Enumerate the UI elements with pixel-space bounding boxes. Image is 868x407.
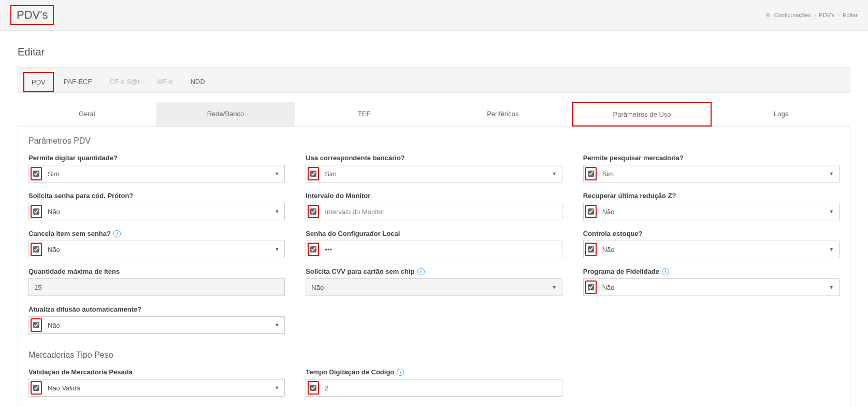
field-label: Solicita senha para cód. Próton?: [28, 192, 285, 200]
field-label: Intervalo do Monitor: [306, 192, 562, 200]
field-controla-estoque: Controla estoque? Não: [583, 230, 840, 258]
field-label: Programa de Fidelidade i: [583, 268, 840, 275]
breadcrumb-root[interactable]: Configurações: [774, 12, 811, 18]
select-controla-estoque[interactable]: Não: [598, 241, 824, 258]
subtab-perifericos[interactable]: Periféricos: [433, 102, 572, 127]
select-solicita-cvv[interactable]: Não: [306, 279, 546, 296]
checkbox[interactable]: [33, 385, 39, 391]
checkbox[interactable]: [588, 284, 594, 290]
tab-mfe: MF-e: [149, 72, 180, 92]
field-solicita-cvv: Solicita CVV para cartão sem chip i Não: [306, 268, 562, 296]
checkbox-prefix[interactable]: [308, 205, 319, 218]
field-cancela-item-sem-senha: Cancela item sem senha? i Não: [28, 230, 285, 258]
field-intervalo-monitor: Intervalo do Monitor: [306, 192, 562, 220]
field-validacao-mercadoria-pesada: Validação de Mercadoria Pesada Não Valid…: [28, 368, 285, 397]
checkbox-prefix[interactable]: [31, 318, 42, 332]
checkbox[interactable]: [588, 171, 594, 177]
field-permite-pesquisar-mercadoria: Permite pesquisar mercadoria? Sim: [583, 154, 840, 183]
checkbox-prefix[interactable]: [585, 243, 597, 256]
info-icon[interactable]: i: [397, 369, 404, 376]
select-wrapper: Sim: [583, 165, 840, 183]
checkbox-prefix[interactable]: [31, 381, 42, 395]
breadcrumb-leaf: Editar: [843, 12, 858, 18]
select-atualiza-difusao[interactable]: Não: [44, 317, 269, 333]
select-permite-pesquisar-mercadoria[interactable]: Sim: [598, 165, 824, 182]
input-tempo-digitacao[interactable]: [321, 380, 561, 396]
subtab-geral[interactable]: Geral: [18, 102, 156, 127]
select-recuperar-reducao-z[interactable]: Não: [598, 203, 824, 220]
checkbox[interactable]: [33, 322, 39, 328]
breadcrumb: ⧉ Configurações › PDV's › Editar: [766, 12, 858, 18]
section-heading-mercadorias: Mercadorias Tipo Peso: [28, 350, 840, 360]
breadcrumb-level-1[interactable]: PDV's: [819, 12, 834, 18]
input-intervalo-monitor[interactable]: [321, 203, 561, 220]
checkbox-prefix[interactable]: [31, 243, 42, 256]
select-permite-digitar-quantidade[interactable]: Sim: [44, 165, 269, 182]
select-wrapper: Não: [583, 203, 840, 220]
field-label: Tempo Digitação de Código i: [306, 368, 562, 376]
top-bar: PDV's ⧉ Configurações › PDV's › Editar: [0, 0, 868, 31]
select-solicita-senha-proton[interactable]: Não: [44, 203, 269, 220]
field-label: Cancela item sem senha? i: [28, 230, 285, 237]
checkbox-prefix[interactable]: [585, 167, 597, 180]
checkbox-prefix[interactable]: [308, 243, 319, 256]
field-permite-digitar-quantidade: Permite digitar quantidade? Sim: [28, 154, 285, 183]
select-programa-fidelidade[interactable]: Não: [598, 279, 824, 296]
select-wrapper: Não: [583, 241, 840, 258]
tab-paf-ecf[interactable]: PAF-ECF: [56, 72, 100, 92]
checkbox[interactable]: [310, 208, 316, 215]
select-usa-correspondente-bancario[interactable]: Sim: [321, 165, 546, 182]
field-label: Solicita CVV para cartão sem chip i: [306, 268, 562, 275]
subtab-rede-banco[interactable]: Rede/Banco: [156, 102, 295, 127]
field-atualiza-difusao: Atualiza difusão automaticamente? Não: [28, 305, 285, 334]
form-panel: Parâmetros PDV Permite digitar quantidad…: [18, 127, 850, 407]
main-content: Editar PDV PAF-ECF CF-e S@t MF-e NDD Ger…: [7, 38, 861, 407]
input-senha-configurador[interactable]: [321, 241, 561, 258]
form-grid-parametros: Permite digitar quantidade? Sim Usa corr…: [28, 154, 840, 334]
checkbox[interactable]: [310, 171, 316, 177]
info-icon[interactable]: i: [662, 268, 669, 275]
subtab-parametros[interactable]: Parâmetros de Uso: [572, 102, 712, 127]
select-validacao-mercadoria[interactable]: Não Valida: [44, 380, 269, 396]
field-programa-fidelidade: Programa de Fidelidade i Não: [583, 268, 840, 296]
info-icon[interactable]: i: [417, 268, 425, 275]
info-icon[interactable]: i: [113, 230, 121, 237]
checkbox[interactable]: [33, 171, 39, 177]
checkbox[interactable]: [310, 246, 316, 252]
checkbox[interactable]: [33, 208, 39, 215]
checkbox-prefix[interactable]: [308, 167, 319, 180]
select-wrapper: Não: [28, 203, 285, 220]
form-grid-mercadorias: Validação de Mercadoria Pesada Não Valid…: [28, 368, 840, 397]
select-wrapper: Não: [306, 278, 562, 296]
label-text: Tempo Digitação de Código: [306, 368, 394, 376]
tab-pdv[interactable]: PDV: [23, 72, 54, 92]
field-label: Controla estoque?: [583, 230, 840, 237]
subtab-logs[interactable]: Logs: [712, 102, 850, 127]
select-wrapper: Não: [28, 241, 285, 258]
checkbox-prefix[interactable]: [31, 167, 42, 180]
field-recuperar-reducao-z: Recuperar última redução Z? Não: [583, 192, 840, 220]
field-label: Validação de Mercadoria Pesada: [28, 368, 285, 376]
page-subtitle: Editar: [18, 46, 850, 58]
subtab-tef[interactable]: TEF: [295, 102, 433, 127]
checkbox[interactable]: [310, 385, 316, 391]
checkbox[interactable]: [588, 208, 594, 215]
page-title: PDV's: [10, 5, 54, 25]
input-quantidade-maxima[interactable]: [29, 279, 284, 296]
checkbox[interactable]: [588, 246, 594, 252]
field-label: Quantidade máxima de itens: [28, 268, 285, 275]
sub-tabs: Geral Rede/Banco TEF Periféricos Parâmet…: [18, 102, 850, 127]
select-cancela-item-sem-senha[interactable]: Não: [44, 241, 269, 258]
checkbox-prefix[interactable]: [585, 205, 597, 218]
select-wrapper: Não: [583, 278, 840, 296]
field-usa-correspondente-bancario: Usa correspondente bancário? Sim: [306, 154, 562, 183]
chevron-right-icon: ›: [814, 12, 816, 18]
checkbox-prefix[interactable]: [308, 381, 319, 395]
checkbox[interactable]: [33, 246, 39, 252]
tab-cfe-sat: CF-e S@t: [102, 72, 147, 92]
label-text: Solicita CVV para cartão sem chip: [306, 268, 414, 275]
checkbox-prefix[interactable]: [31, 205, 42, 218]
tab-ndd[interactable]: NDD: [183, 72, 213, 92]
checkbox-prefix[interactable]: [585, 280, 597, 294]
input-wrapper: [306, 241, 562, 258]
